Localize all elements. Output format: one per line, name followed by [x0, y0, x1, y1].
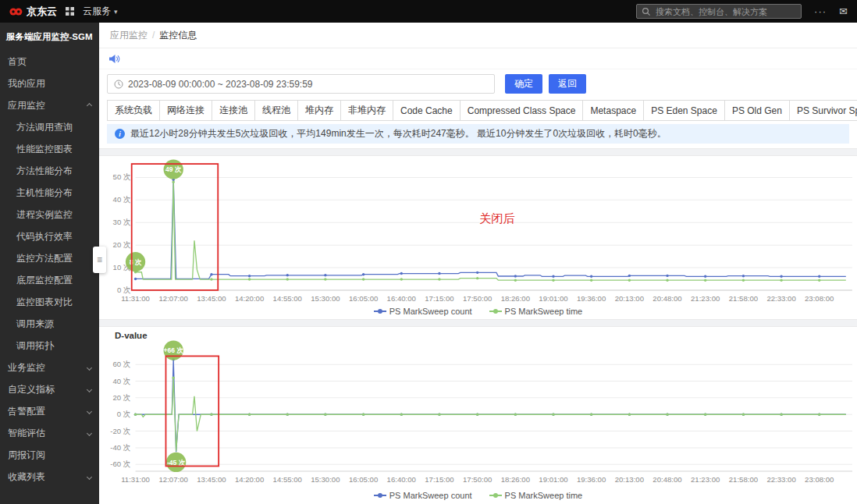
- sidebar-item[interactable]: 监控图表对比: [0, 291, 99, 313]
- svg-text:40 次: 40 次: [113, 377, 131, 385]
- sidebar-item[interactable]: 周报订阅: [0, 444, 99, 466]
- svg-text:21:23:00: 21:23:00: [691, 475, 720, 484]
- tab-ps-eden-space[interactable]: PS Eden Space: [643, 100, 725, 121]
- mail-icon[interactable]: ✉: [839, 5, 848, 17]
- chevron-down-icon: [87, 364, 92, 370]
- svg-text:17:15:00: 17:15:00: [425, 475, 453, 484]
- sidebar-item-label: 调用来源: [16, 318, 54, 331]
- sidebar-item[interactable]: 主机性能分布: [0, 182, 99, 204]
- jd-cloud-logo-icon: [9, 6, 23, 17]
- sidebar-item-label: 主机性能分布: [16, 186, 73, 200]
- sidebar-item-label: 周报订阅: [8, 449, 45, 462]
- back-button[interactable]: 返回: [549, 74, 586, 94]
- legend-line-icon: [374, 311, 386, 312]
- sidebar-item[interactable]: 调用拓扑: [0, 335, 99, 357]
- svg-text:16:05:00: 16:05:00: [349, 475, 378, 484]
- jd-cloud-logo[interactable]: 京东云: [9, 5, 57, 19]
- sidebar-item[interactable]: 监控方法配置: [0, 247, 99, 269]
- tab-连接池[interactable]: 连接池: [212, 100, 255, 121]
- sidebar-item[interactable]: 自定义指标: [0, 378, 99, 400]
- svg-text:23:08:00: 23:08:00: [805, 475, 834, 484]
- sidebar-menu: 首页我的应用应用监控方法调用查询性能监控图表方法性能分布主机性能分布进程实例监控…: [0, 51, 99, 488]
- legend-item[interactable]: PS MarkSweep time: [489, 307, 583, 316]
- tab-网络连接[interactable]: 网络连接: [159, 100, 212, 121]
- svg-text:19:01:00: 19:01:00: [539, 475, 567, 484]
- sidebar-item-label: 监控图表对比: [16, 296, 73, 309]
- date-range-input[interactable]: 2023-08-09 00:00:00 ~ 2023-08-09 23:59:5…: [107, 74, 495, 94]
- sidebar-item[interactable]: 智能评估: [0, 422, 99, 444]
- sidebar-collapse-handle[interactable]: ≡: [93, 247, 106, 273]
- sidebar-item[interactable]: 方法调用查询: [0, 116, 99, 138]
- cloud-services-menu[interactable]: 云服务 ▾: [83, 5, 118, 18]
- sidebar-item[interactable]: 性能监控图表: [0, 138, 99, 160]
- dvalue-chart: -60 次-40 次-20 次0 次20 次40 次60 次11:31:0012…: [99, 340, 857, 490]
- svg-text:20 次: 20 次: [113, 240, 131, 249]
- tab-metaspace[interactable]: Metaspace: [582, 100, 644, 121]
- svg-text:19:36:00: 19:36:00: [577, 294, 606, 303]
- breadcrumb-current: 监控信息: [159, 29, 197, 42]
- breadcrumb: 应用监控 / 监控信息: [99, 23, 857, 48]
- svg-text:14:20:00: 14:20:00: [235, 475, 264, 484]
- sidebar-item-label: 应用监控: [8, 99, 45, 112]
- tab-线程池[interactable]: 线程池: [254, 100, 298, 121]
- info-icon: i: [115, 129, 125, 139]
- svg-text:18:26:00: 18:26:00: [501, 475, 530, 484]
- breadcrumb-parent[interactable]: 应用监控: [110, 29, 148, 42]
- chart-legend: PS MarkSweep countPS MarkSweep time: [99, 306, 857, 319]
- topbar-search[interactable]: [636, 4, 802, 19]
- speaker-icon[interactable]: [108, 54, 120, 64]
- svg-text:16:05:00: 16:05:00: [349, 294, 378, 303]
- tab-系统负载[interactable]: 系统负载: [107, 100, 160, 121]
- svg-text:11:31:00: 11:31:00: [121, 294, 150, 303]
- sidebar-item[interactable]: 我的应用: [0, 73, 99, 94]
- svg-text:50 次: 50 次: [113, 172, 131, 181]
- series-line: [136, 360, 846, 453]
- sidebar-item[interactable]: 进程实例监控: [0, 204, 99, 225]
- sidebar-item[interactable]: 告警配置: [0, 400, 99, 422]
- svg-text:17:15:00: 17:15:00: [425, 294, 453, 303]
- chevron-down-icon: [87, 474, 92, 479]
- gc-marker-label: -45 次: [167, 459, 186, 467]
- chart-legend: PS MarkSweep countPS MarkSweep time: [99, 490, 857, 503]
- sidebar-item[interactable]: 代码执行效率: [0, 225, 99, 247]
- svg-text:-20 次: -20 次: [110, 427, 131, 435]
- svg-text:14:20:00: 14:20:00: [235, 294, 264, 303]
- sidebar-item[interactable]: 首页: [0, 51, 99, 73]
- svg-text:0 次: 0 次: [117, 286, 131, 294]
- tab-ps-survivor-space[interactable]: PS Survivor Space: [789, 100, 857, 121]
- sidebar-item[interactable]: 底层监控配置: [0, 269, 99, 291]
- legend-item[interactable]: PS MarkSweep count: [374, 307, 472, 316]
- breadcrumb-separator: /: [152, 30, 155, 41]
- sidebar-item-label: 调用拓扑: [16, 339, 54, 353]
- grid-icon[interactable]: [66, 7, 74, 16]
- announce-row: [99, 48, 857, 69]
- svg-text:19:01:00: 19:01:00: [539, 294, 567, 303]
- sidebar-item[interactable]: 应用监控: [0, 94, 99, 116]
- tab-ps-old-gen[interactable]: PS Old Gen: [724, 100, 790, 121]
- sidebar-item-label: 方法性能分布: [16, 165, 73, 178]
- svg-text:22:33:00: 22:33:00: [766, 475, 795, 484]
- legend-line-icon: [489, 311, 502, 312]
- tab-堆内存[interactable]: 堆内存: [297, 100, 341, 121]
- svg-text:19:36:00: 19:36:00: [577, 475, 606, 484]
- search-input[interactable]: [656, 7, 796, 16]
- tab-非堆内存[interactable]: 非堆内存: [340, 100, 393, 121]
- sidebar-item[interactable]: 收藏列表: [0, 466, 99, 488]
- tab-compressed-class-space[interactable]: Compressed Class Space: [460, 100, 584, 121]
- series-line: [136, 179, 846, 279]
- toolbar: 2023-08-09 00:00:00 ~ 2023-08-09 23:59:5…: [99, 69, 857, 98]
- sidebar-item[interactable]: 调用来源: [0, 313, 99, 335]
- sidebar-item-label: 智能评估: [8, 427, 45, 440]
- gc-marker-label: +66 次: [163, 346, 183, 354]
- svg-text:30 次: 30 次: [113, 218, 131, 226]
- legend-item[interactable]: PS MarkSweep count: [374, 491, 472, 500]
- svg-text:21:58:00: 21:58:00: [729, 294, 758, 303]
- sidebar-item[interactable]: 方法性能分布: [0, 160, 99, 182]
- confirm-button[interactable]: 确定: [505, 74, 542, 94]
- sidebar-item-label: 性能监控图表: [16, 143, 73, 156]
- legend-item[interactable]: PS MarkSweep time: [489, 491, 583, 500]
- tab-code-cache[interactable]: Code Cache: [393, 100, 461, 121]
- notice-text: 最近12小时28分钟共发生5次垃圾回收，平均149min发生一次，每次耗时247…: [130, 127, 667, 140]
- more-icon[interactable]: ···: [814, 5, 827, 17]
- sidebar-item[interactable]: 业务监控: [0, 357, 99, 378]
